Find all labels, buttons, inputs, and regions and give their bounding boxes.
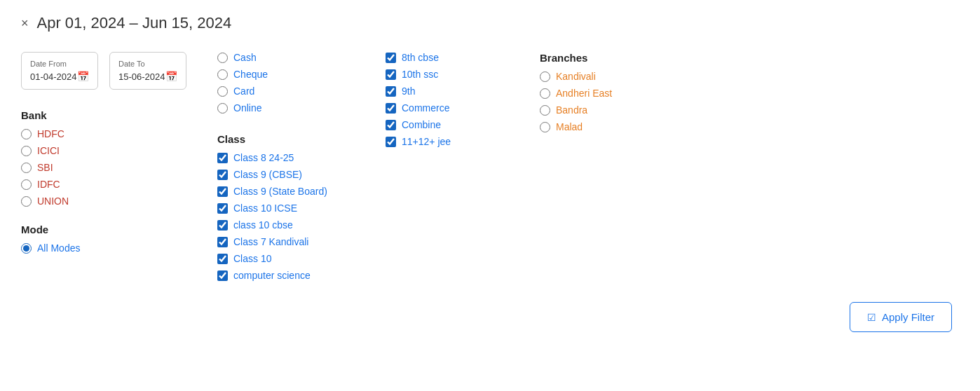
batch-label-10th-ssc: 10th ssc <box>402 69 438 80</box>
payment-item-cheque[interactable]: Cheque <box>217 69 358 80</box>
branch-label-andheri-east: Andheri East <box>556 88 612 99</box>
payment-radio-group: Cash Cheque Card Online <box>217 52 358 114</box>
class-item-10[interactable]: Class 10 <box>217 253 358 264</box>
class-section: Class Class 8 24-25 Class 9 (CBSE) Class… <box>217 133 358 281</box>
class-item-10-icse[interactable]: Class 10 ICSE <box>217 203 358 214</box>
apply-filter-button[interactable]: ☑ Apply Filter <box>850 302 952 332</box>
mode-item-all[interactable]: All Modes <box>21 242 189 254</box>
branch-item-andheri-east[interactable]: Andheri East <box>540 88 666 99</box>
batch-label-commerce: Commerce <box>402 102 449 114</box>
calendar-from-icon[interactable]: 📅 <box>77 71 89 82</box>
payment-label-cheque: Cheque <box>233 69 268 80</box>
date-fields: Date From 01-04-2024 📅 Date To 15-06-202… <box>21 52 189 90</box>
class-item-computer-science[interactable]: computer science <box>217 270 358 281</box>
class-checkbox-group: Class 8 24-25 Class 9 (CBSE) Class 9 (St… <box>217 152 358 281</box>
date-to-field[interactable]: Date To 15-06-2024 📅 <box>109 52 186 90</box>
bank-item-sbi[interactable]: SBI <box>21 162 189 173</box>
batch-label-combine: Combine <box>402 119 441 130</box>
apply-filter-label: Apply Filter <box>882 311 934 323</box>
mode-section-title: Mode <box>21 224 189 235</box>
batch-label-9th: 9th <box>402 85 415 97</box>
class-label-9-state: Class 9 (State Board) <box>233 186 327 197</box>
date-from-label: Date From <box>30 60 89 68</box>
batch-item-combine[interactable]: Combine <box>386 119 512 130</box>
bank-label-union: UNION <box>37 196 69 207</box>
mode-section: Mode All Modes <box>21 224 189 254</box>
class-label-9-cbse: Class 9 (CBSE) <box>233 169 302 180</box>
class-section-title: Class <box>217 133 358 145</box>
branches-column: Branches Kandivali Andheri East Bandra M… <box>512 52 666 281</box>
bank-label-hdfc: HDFC <box>37 128 64 139</box>
batch-item-8th-cbse[interactable]: 8th cbse <box>386 52 512 63</box>
class-item-7-kandivali[interactable]: Class 7 Kandivali <box>217 236 358 247</box>
batch-label-11-12-jee: 11+12+ jee <box>402 136 451 147</box>
batches-checkbox-group: 8th cbse 10th ssc 9th Commerce Combine <box>386 52 512 147</box>
bank-label-idfc: IDFC <box>37 179 60 190</box>
batch-item-commerce[interactable]: Commerce <box>386 102 512 114</box>
branch-label-malad: Malad <box>556 121 583 132</box>
bank-radio-group: HDFC ICICI SBI IDFC UNION <box>21 128 189 207</box>
bank-item-icici[interactable]: ICICI <box>21 145 189 156</box>
mode-label-all: All Modes <box>37 242 80 254</box>
payment-section: Cash Cheque Card Online <box>217 52 358 114</box>
class-item-9-cbse[interactable]: Class 9 (CBSE) <box>217 169 358 180</box>
header-row: × Apr 01, 2024 – Jun 15, 2024 <box>21 14 959 32</box>
class-label-7-kandivali: Class 7 Kandivali <box>233 236 308 247</box>
payment-label-cash: Cash <box>233 52 257 63</box>
bank-label-sbi: SBI <box>37 162 53 173</box>
payment-item-online[interactable]: Online <box>217 102 358 114</box>
bank-label-icici: ICICI <box>37 145 60 156</box>
bank-item-union[interactable]: UNION <box>21 196 189 207</box>
middle-column: Cash Cheque Card Online Class <box>189 52 358 281</box>
mode-radio-group: All Modes <box>21 242 189 254</box>
close-icon[interactable]: × <box>21 16 29 31</box>
batches-column: 8th cbse 10th ssc 9th Commerce Combine <box>358 52 512 281</box>
bank-section: Bank HDFC ICICI SBI IDFC <box>21 109 189 207</box>
bank-section-title: Bank <box>21 109 189 121</box>
branch-item-kandivali[interactable]: Kandivali <box>540 71 666 82</box>
payment-label-card: Card <box>233 85 254 97</box>
class-label-8-24-25: Class 8 24-25 <box>233 152 294 163</box>
filter-icon: ☑ <box>867 312 876 323</box>
batch-item-11-12-jee[interactable]: 11+12+ jee <box>386 136 512 147</box>
content-area: Date From 01-04-2024 📅 Date To 15-06-202… <box>21 52 959 281</box>
batches-section: 8th cbse 10th ssc 9th Commerce Combine <box>386 52 512 147</box>
payment-item-card[interactable]: Card <box>217 85 358 97</box>
branch-item-bandra[interactable]: Bandra <box>540 104 666 116</box>
class-item-10-cbse[interactable]: class 10 cbse <box>217 219 358 231</box>
calendar-to-icon[interactable]: 📅 <box>165 71 177 82</box>
branches-radio-group: Kandivali Andheri East Bandra Malad <box>540 71 666 132</box>
class-label-10-cbse: class 10 cbse <box>233 219 293 231</box>
payment-label-online: Online <box>233 102 261 114</box>
date-to-label: Date To <box>118 60 177 68</box>
date-to-value: 15-06-2024 <box>118 71 165 82</box>
date-from-value: 01-04-2024 <box>30 71 77 82</box>
left-column: Date From 01-04-2024 📅 Date To 15-06-202… <box>21 52 189 281</box>
batch-label-8th-cbse: 8th cbse <box>402 52 439 63</box>
class-label-computer-science: computer science <box>233 270 311 281</box>
branch-item-malad[interactable]: Malad <box>540 121 666 132</box>
batch-item-9th[interactable]: 9th <box>386 85 512 97</box>
bank-item-idfc[interactable]: IDFC <box>21 179 189 190</box>
branch-label-bandra: Bandra <box>556 104 587 116</box>
class-label-10: Class 10 <box>233 253 271 264</box>
branches-section: Branches Kandivali Andheri East Bandra M… <box>540 52 666 132</box>
bank-item-hdfc[interactable]: HDFC <box>21 128 189 139</box>
date-from-field[interactable]: Date From 01-04-2024 📅 <box>21 52 98 90</box>
date-range-title: Apr 01, 2024 – Jun 15, 2024 <box>37 14 232 32</box>
branch-label-kandivali: Kandivali <box>556 71 596 82</box>
batch-item-10th-ssc[interactable]: 10th ssc <box>386 69 512 80</box>
class-item-9-state[interactable]: Class 9 (State Board) <box>217 186 358 197</box>
class-label-10-icse: Class 10 ICSE <box>233 203 297 214</box>
footer-row: ☑ Apply Filter <box>21 302 959 332</box>
payment-item-cash[interactable]: Cash <box>217 52 358 63</box>
branches-section-title: Branches <box>540 52 666 64</box>
class-item-8-24-25[interactable]: Class 8 24-25 <box>217 152 358 163</box>
